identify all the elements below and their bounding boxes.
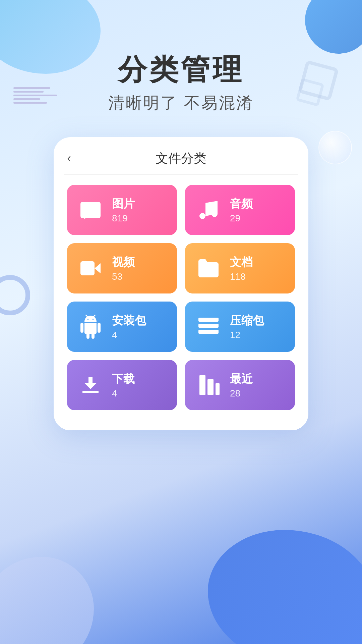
photos-info: 图片 819 — [112, 196, 135, 224]
download-name: 下载 — [112, 371, 135, 387]
sub-title: 清晰明了 不易混淆 — [0, 92, 362, 114]
category-card-audio[interactable]: 音频 29 — [185, 185, 295, 235]
svg-point-1 — [85, 205, 89, 209]
svg-rect-8 — [198, 330, 219, 334]
recent-icon — [195, 372, 222, 398]
recent-name: 最近 — [230, 371, 253, 387]
svg-rect-4 — [80, 261, 95, 275]
apk-count: 4 — [112, 330, 146, 340]
back-button[interactable]: ‹ — [67, 151, 71, 165]
archive-icon — [195, 313, 222, 340]
svg-rect-13 — [207, 379, 214, 395]
svg-rect-14 — [216, 383, 220, 395]
docs-name: 文档 — [230, 255, 253, 270]
download-count: 4 — [112, 388, 135, 399]
zip-count: 12 — [230, 330, 264, 340]
zip-name: 压缩包 — [230, 313, 264, 328]
audio-count: 29 — [230, 213, 253, 224]
svg-rect-12 — [199, 375, 205, 395]
docs-info: 文档 118 — [230, 255, 253, 282]
phone-header: ‹ 文件分类 — [54, 137, 308, 167]
video-count: 53 — [112, 271, 135, 282]
category-card-video[interactable]: 视频 53 — [67, 243, 177, 293]
deco-blob-bottom-left — [0, 557, 94, 644]
svg-rect-7 — [198, 324, 219, 328]
deco-blob-bottom-right — [208, 530, 362, 644]
apk-name: 安装包 — [112, 313, 146, 328]
download-info: 下载 4 — [112, 371, 135, 399]
phone-screen-title: 文件分类 — [156, 150, 206, 167]
photo-icon — [77, 197, 104, 223]
recent-info: 最近 28 — [230, 371, 253, 399]
music-icon — [195, 197, 222, 223]
svg-point-3 — [212, 211, 218, 217]
header-area: 分类管理 清晰明了 不易混淆 — [0, 0, 362, 114]
video-name: 视频 — [112, 255, 135, 270]
video-icon — [77, 255, 104, 282]
download-icon — [77, 372, 104, 398]
android-icon — [77, 313, 104, 340]
category-card-photos[interactable]: 图片 819 — [67, 185, 177, 235]
recent-count: 28 — [230, 388, 253, 399]
category-card-download[interactable]: 下载 4 — [67, 360, 177, 410]
apk-info: 安装包 4 — [112, 313, 146, 340]
zip-info: 压缩包 12 — [230, 313, 264, 340]
video-info: 视频 53 — [112, 255, 135, 282]
folder-icon — [195, 255, 222, 282]
svg-marker-5 — [95, 263, 101, 273]
svg-point-2 — [199, 213, 205, 219]
deco-ring-mid-left — [0, 275, 30, 315]
category-grid: 图片 819 音频 29 — [54, 175, 308, 410]
category-card-zip[interactable]: 压缩包 12 — [185, 302, 295, 352]
photos-count: 819 — [112, 213, 135, 224]
deco-bubble-right — [318, 131, 352, 164]
photos-name: 图片 — [112, 196, 135, 212]
category-card-apk[interactable]: 安装包 4 — [67, 302, 177, 352]
category-card-docs[interactable]: 文档 118 — [185, 243, 295, 293]
audio-name: 音频 — [230, 196, 253, 212]
docs-count: 118 — [230, 271, 253, 282]
audio-info: 音频 29 — [230, 196, 253, 224]
svg-rect-6 — [198, 318, 219, 322]
category-card-recent[interactable]: 最近 28 — [185, 360, 295, 410]
phone-mockup: ‹ 文件分类 图片 819 — [54, 137, 308, 430]
main-title: 分类管理 — [0, 54, 362, 86]
